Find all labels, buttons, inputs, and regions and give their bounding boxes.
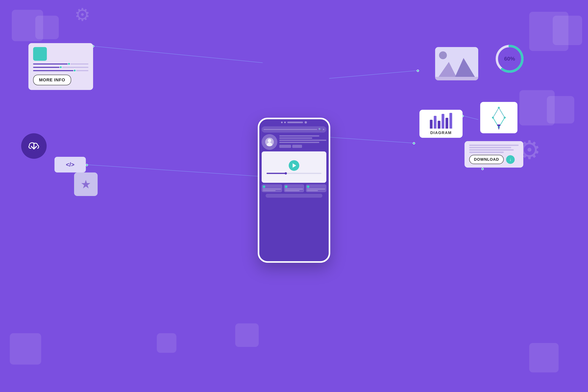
- phone-notch-speaker: [287, 122, 303, 123]
- phone-profile-line-4: [279, 142, 319, 143]
- image-ground: [435, 77, 478, 80]
- phone-card-icon-3: [307, 186, 309, 188]
- bg-square-9: [235, 324, 259, 347]
- phone-mockup: 🔍 ≡: [258, 118, 330, 263]
- slider-track-2[interactable]: [33, 67, 88, 68]
- image-mountain-right: [455, 58, 475, 78]
- svg-line-0: [92, 46, 263, 63]
- phone-progress-dot: [284, 172, 287, 174]
- phone-card-icon-2: [285, 186, 287, 188]
- download-icon: ↓: [506, 155, 515, 164]
- diagram-bar-5: [446, 118, 448, 128]
- conn-dot-image-card: [417, 70, 419, 72]
- svg-line-1: [329, 70, 418, 78]
- phone-video-progress[interactable]: [266, 173, 322, 174]
- panel-image-placeholder: [33, 47, 47, 61]
- code-tag-card: </>: [54, 157, 86, 172]
- phone-notch-dot-1: [281, 122, 283, 123]
- phone-screen: 🔍 ≡: [259, 125, 329, 261]
- slider-thumb-3: [73, 69, 76, 72]
- download-line-4: [469, 152, 504, 153]
- phone-progress-fill: [266, 173, 286, 174]
- bg-square-2: [35, 16, 59, 39]
- more-info-button[interactable]: MORE INFO: [33, 75, 71, 85]
- star-card: ★: [74, 172, 98, 196]
- phone-card-line-2b: [285, 190, 300, 191]
- diagram-label: DIAGRAM: [430, 130, 452, 135]
- image-card: [435, 47, 478, 80]
- download-card: DOWNLOAD ↓: [464, 141, 523, 168]
- phone-card-line-3a: [307, 188, 325, 189]
- download-line-2: [469, 147, 511, 148]
- download-line-3: [469, 149, 514, 150]
- diagram-bar-6: [450, 113, 452, 128]
- code-tag-text: </>: [66, 161, 74, 168]
- phone-menu-icon: ≡: [323, 128, 324, 131]
- progress-text: 60%: [504, 56, 515, 62]
- cloud-upload-icon: [27, 140, 41, 152]
- phone-btn-2[interactable]: [292, 145, 302, 148]
- cloud-upload-circle: [21, 133, 47, 159]
- conn-dot-download: [482, 168, 484, 170]
- progress-circle: 60%: [494, 43, 525, 74]
- conn-dot-code: [86, 164, 88, 166]
- slider-fill-1: [33, 64, 69, 64]
- slider-track-1[interactable]: [33, 64, 88, 64]
- phone-profile-line-2: [279, 138, 312, 138]
- download-line-1: [469, 145, 518, 146]
- phone-card-line-3b: [307, 190, 318, 191]
- diagram-bar-4: [442, 114, 444, 128]
- phone-card-line-1a: [263, 188, 281, 189]
- svg-line-2: [329, 137, 414, 143]
- gear-icon-top-left: ⚙: [74, 6, 90, 24]
- slider-thumb-2: [60, 66, 62, 68]
- phone-search-icon: 🔍: [318, 128, 322, 131]
- phone-search-input: [264, 129, 317, 130]
- phone-avatar: [262, 134, 277, 150]
- svg-line-3: [86, 165, 261, 176]
- image-mountain-left: [438, 62, 457, 78]
- conn-dot-diagram: [413, 142, 415, 144]
- phone-cards-row: [262, 184, 326, 192]
- diagram-bars: [430, 113, 452, 128]
- phone-avatar-head: [268, 139, 271, 142]
- slider-thumb-1: [68, 62, 70, 65]
- phone-profile-buttons: [279, 145, 326, 148]
- star-icon: ★: [80, 178, 91, 191]
- phone-notch-camera: [304, 121, 307, 124]
- slider-track-3[interactable]: [33, 70, 88, 71]
- vector-card: [480, 102, 518, 133]
- phone-notch-dot-2: [284, 122, 286, 123]
- image-mountains: [435, 58, 478, 78]
- svg-line-4: [462, 116, 478, 120]
- phone-btn-1[interactable]: [279, 145, 291, 148]
- svg-rect-12: [497, 124, 500, 126]
- bg-square-10: [157, 333, 176, 353]
- diagram-bar-1: [430, 120, 432, 128]
- phone-card-3: [306, 184, 326, 192]
- phone-video-section: [262, 151, 326, 183]
- phone-profile-line-3: [279, 140, 326, 141]
- phone-card-line-1b: [263, 190, 276, 191]
- phone-card-1: [262, 184, 282, 192]
- phone-bottom-bar: [266, 194, 322, 198]
- phone-play-button[interactable]: [289, 160, 299, 171]
- phone-card-2: [284, 184, 304, 192]
- phone-search-bar[interactable]: 🔍 ≡: [262, 126, 326, 132]
- vector-tool-svg: [483, 104, 514, 131]
- download-btn-row: DOWNLOAD ↓: [469, 155, 518, 164]
- download-lines: [469, 145, 518, 153]
- diagram-bar-2: [434, 116, 436, 128]
- phone-avatar-body: [267, 142, 272, 146]
- phone-profile-info: [279, 134, 326, 148]
- phone-card-icon-1: [263, 186, 265, 188]
- settings-panel: MORE INFO: [28, 43, 93, 90]
- download-button[interactable]: DOWNLOAD: [469, 155, 504, 164]
- bg-square-8: [529, 343, 558, 372]
- phone-avatar-inner: [265, 138, 274, 146]
- bg-square-6: [547, 96, 574, 124]
- phone-play-triangle: [293, 163, 296, 168]
- bg-square-7: [10, 333, 41, 364]
- slider-fill-2: [33, 67, 61, 68]
- bg-square-4: [553, 16, 582, 45]
